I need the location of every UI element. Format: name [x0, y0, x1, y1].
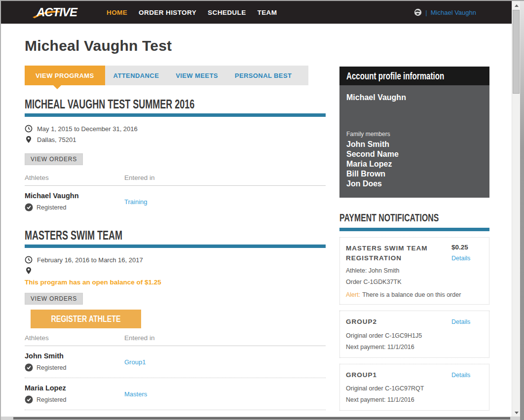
nav-item-team[interactable]: TEAM	[258, 9, 277, 16]
payment-card: GROUP1 Details Original order C-1GC97RQT…	[339, 364, 489, 411]
payment-card-line: Original order C-1GC9H1J5	[346, 332, 483, 340]
entered-in-link[interactable]: Training	[124, 198, 147, 206]
page-title: Micheal Vaughn Test	[25, 37, 326, 54]
program-1-location: Dallas, 75201	[37, 136, 76, 143]
tab-view-programs[interactable]: VIEW PROGRAMS	[25, 66, 105, 85]
location-pin-icon	[25, 267, 33, 275]
athlete-name: John Smith	[25, 352, 124, 360]
triangle-down-icon	[515, 412, 519, 414]
register-athlete-button[interactable]: REGISTER ATHLETE	[31, 310, 141, 328]
nav-item-home[interactable]: HOME	[107, 9, 127, 16]
family-members-label: Family members	[346, 131, 483, 138]
top-nav: ACTIVE HOME ORDER HISTORY SCHEDULE TEAM …	[1, 1, 512, 24]
view-orders-button-1[interactable]: VIEW ORDERS	[25, 153, 83, 165]
open-balance-message: This program has an open balance of $1.2…	[25, 279, 326, 286]
globe-icon[interactable]	[414, 8, 422, 16]
details-link[interactable]: Details	[451, 255, 470, 262]
family-member: John Smith	[346, 140, 483, 149]
account-profile-body: Michael Vaughn Family members John Smith…	[339, 85, 489, 198]
payment-alert: Alert:There is a balance due on this ord…	[346, 291, 483, 298]
entered-in-header: Entered in	[124, 334, 326, 342]
check-circle-icon	[25, 203, 33, 211]
table-row: Maria Lopez Registered Masters	[25, 378, 326, 410]
nav-links: HOME ORDER HISTORY SCHEDULE TEAM	[107, 9, 277, 16]
active-logo[interactable]: ACTIVE	[32, 4, 94, 20]
entered-in-link[interactable]: Group1	[124, 358, 146, 366]
payment-card: MASTERS SWIM TEAM REGISTRATION $0.25 Det…	[339, 237, 489, 305]
main-content: Micheal Vaughn Test VIEW PROGRAMS ATTEND…	[25, 24, 326, 420]
athletes-header: Athletes	[25, 334, 124, 342]
register-athlete-label: REGISTER ATHLETE	[51, 314, 120, 324]
tab-attendance[interactable]: ATTENDANCE	[105, 66, 168, 85]
view-orders-button-2[interactable]: VIEW ORDERS	[25, 293, 83, 305]
program-1-dates: May 1, 2015 to December 31, 2016	[37, 125, 138, 133]
payment-card-line: Athlete: John Smith	[346, 267, 483, 275]
program-2-dates: February 16, 2016 to March 16, 2017	[37, 256, 143, 264]
payment-card-line: Order C-1GDK37TK	[346, 278, 483, 286]
nav-user-separator: |	[425, 9, 427, 16]
table-row: John Smith Registered Group1	[25, 346, 326, 378]
family-member: Jon Does	[346, 179, 483, 189]
family-member: Maria Lopez	[346, 159, 483, 169]
athlete-name: Maria Lopez	[25, 384, 124, 392]
account-owner-name: Michael Vaughn	[346, 93, 483, 102]
entered-in-link[interactable]: Masters	[124, 390, 147, 398]
details-link[interactable]: Details	[451, 318, 470, 325]
clock-icon	[25, 125, 33, 133]
sidebar: Account profile information Michael Vaug…	[339, 67, 489, 420]
payment-notifications-heading: PAYMENT NOTIFICATIONS	[339, 211, 489, 224]
table-row: Michael Vaughn Registered Training	[25, 186, 326, 217]
account-profile-header: Account profile information	[339, 67, 489, 85]
family-member: Bill Brown	[346, 169, 483, 179]
athlete-name: Michael Vaughn	[25, 192, 124, 200]
payment-notifications-divider	[339, 228, 489, 231]
payment-card-title: GROUP2	[346, 317, 440, 327]
athletes-header: Athletes	[25, 174, 124, 181]
check-circle-icon	[25, 363, 33, 372]
browser-window: ACTIVE HOME ORDER HISTORY SCHEDULE TEAM …	[0, 0, 524, 420]
vertical-scrollbar[interactable]	[512, 1, 520, 420]
program-1-name: MICHEAL VAUGHN TEST SUMMER 2016	[25, 97, 194, 111]
payment-card-line: Original order C-1GC97RQT	[346, 385, 483, 393]
family-member: Second Name	[346, 149, 483, 159]
payment-amount: $0.25	[451, 244, 483, 251]
payment-card-title: MASTERS SWIM TEAM REGISTRATION	[346, 244, 440, 263]
tab-personal-best[interactable]: PERSONAL BEST	[226, 66, 300, 85]
window-bottom-border	[1, 417, 524, 420]
program-2-meta: February 16, 2016 to March 16, 2017	[25, 255, 326, 276]
account-profile-title: Account profile information	[346, 70, 444, 82]
alert-label: Alert:	[346, 291, 360, 298]
nav-item-schedule[interactable]: SCHEDULE	[208, 9, 246, 16]
nav-user-name[interactable]: Michael Vaughn	[431, 9, 476, 16]
brand-text: ACTIVE	[36, 5, 78, 19]
payment-card-line: Next payment: 11/1/2016	[346, 343, 483, 351]
program-1-meta: May 1, 2015 to December 31, 2016 Dallas,…	[25, 124, 326, 144]
program-2-divider	[25, 245, 326, 248]
scroll-up-button[interactable]	[512, 1, 521, 10]
program-1-divider	[25, 113, 326, 117]
tab-view-meets[interactable]: VIEW MEETS	[167, 66, 226, 85]
nav-item-order-history[interactable]: ORDER HISTORY	[139, 9, 196, 16]
program-1-athletes-table: Athletes Entered in Michael Vaughn Regis…	[25, 174, 326, 217]
scrollbar-thumb[interactable]	[513, 10, 520, 94]
clock-icon	[25, 256, 33, 264]
window-right-border	[520, 1, 524, 420]
scroll-down-button[interactable]	[512, 409, 521, 417]
payment-notifications-title: PAYMENT NOTIFICATIONS	[339, 211, 439, 224]
family-members-list: John Smith Second Name Maria Lopez Bill …	[346, 140, 483, 189]
payment-card: GROUP2 Details Original order C-1GC9H1J5…	[339, 311, 489, 358]
payment-card-line: Next payment: 11/1/2016	[346, 396, 483, 404]
triangle-up-icon	[515, 4, 519, 7]
check-circle-icon	[25, 395, 33, 404]
program-1-heading: MICHEAL VAUGHN TEST SUMMER 2016	[25, 97, 326, 111]
payment-card-title: GROUP1	[346, 370, 440, 380]
program-2-name: MASTERS SWIM TEAM	[25, 228, 122, 243]
tab-bar: VIEW PROGRAMS ATTENDANCE VIEW MEETS PERS…	[25, 66, 308, 85]
entered-in-header: Entered in	[124, 174, 326, 181]
athlete-status: Registered	[37, 396, 66, 403]
location-pin-icon	[25, 136, 33, 143]
athlete-status: Registered	[37, 364, 66, 371]
program-2-heading: MASTERS SWIM TEAM	[25, 228, 326, 243]
account-profile-box: Account profile information Michael Vaug…	[339, 67, 489, 198]
details-link[interactable]: Details	[451, 372, 470, 379]
